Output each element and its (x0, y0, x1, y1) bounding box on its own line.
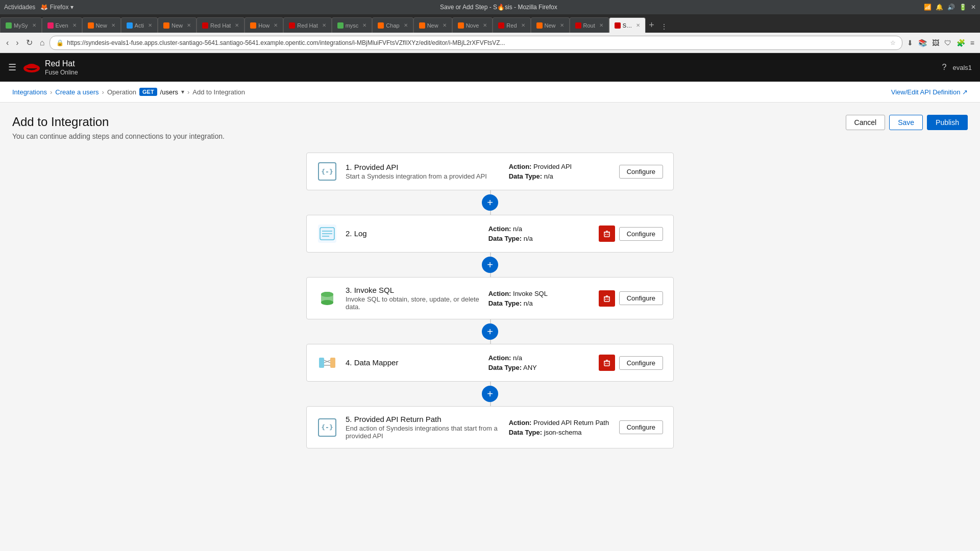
browser-titlebar: Actividades 🦊 Firefox ▾ Save or Add Step… (0, 0, 980, 14)
tab-new3[interactable]: New ✕ (413, 17, 452, 33)
extensions-icon[interactable]: 🧩 (955, 38, 967, 48)
step-action-3: Action: Invoke SQL Data Type: n/a (488, 290, 591, 307)
tab-red[interactable]: Red ✕ (493, 17, 530, 33)
configure-btn-4[interactable]: Configure (619, 356, 663, 370)
delete-btn-2[interactable] (599, 226, 615, 242)
configure-btn-5[interactable]: Configure (619, 420, 663, 434)
step-info-1: 1. Provided API Start a Syndesis integra… (346, 163, 501, 180)
new-tab-btn[interactable]: + (646, 18, 657, 33)
tab-mysql[interactable]: MySy ✕ (0, 17, 42, 33)
home-btn[interactable]: ⌂ (38, 37, 47, 48)
integration-flow: {-} 1. Provided API Start a Syndesis int… (306, 153, 674, 448)
url-bar[interactable]: 🔒 https://syndesis-evals1-fuse.apps.clus… (50, 36, 902, 50)
step-card-3: 3. Invoke SQL Invoke SQL to obtain, stor… (306, 277, 674, 319)
publish-button[interactable]: Publish (927, 115, 968, 130)
download-icon[interactable]: ⬇ (905, 38, 915, 48)
tab-close[interactable]: ✕ (404, 22, 408, 28)
tab-close[interactable]: ✕ (560, 22, 564, 28)
page-content: Add to Integration You can continue addi… (0, 103, 980, 547)
breadcrumb-sep-2: › (102, 88, 104, 96)
save-button[interactable]: Save (889, 115, 923, 130)
close-icon[interactable]: ✕ (971, 4, 976, 11)
tab-redhat1[interactable]: Red Hat ✕ (197, 17, 244, 33)
tab-close[interactable]: ✕ (187, 22, 191, 28)
tab-close[interactable]: ✕ (32, 22, 36, 28)
action-label-2: Action: n/a (488, 225, 522, 233)
tab-active[interactable]: S… ✕ (609, 17, 646, 33)
tab-close[interactable]: ✕ (483, 22, 487, 28)
tab-new4[interactable]: New ✕ (531, 17, 570, 33)
tab-redhat2[interactable]: Red Hat ✕ (283, 17, 331, 33)
reload-btn[interactable]: ↻ (24, 37, 35, 48)
bookmark-icon[interactable]: ☆ (890, 39, 896, 46)
breadcrumb-integrations[interactable]: Integrations (12, 88, 47, 96)
tab-nove[interactable]: Nove ✕ (452, 17, 493, 33)
tab-new1[interactable]: New ✕ (82, 17, 121, 33)
forward-btn[interactable]: › (14, 37, 20, 48)
step-info-3: 3. Invoke SQL Invoke SQL to obtain, stor… (346, 286, 480, 311)
trash-icon (603, 230, 610, 237)
delete-btn-4[interactable] (599, 355, 615, 371)
tab-close[interactable]: ✕ (443, 22, 447, 28)
tab-even[interactable]: Even ✕ (42, 17, 82, 33)
tab-close[interactable]: ✕ (111, 22, 115, 28)
tab-how[interactable]: How ✕ (244, 17, 283, 33)
tab-close[interactable]: ✕ (521, 22, 525, 28)
cancel-button[interactable]: Cancel (846, 115, 886, 130)
log-icon (318, 224, 336, 243)
tab-close[interactable]: ✕ (636, 22, 640, 28)
tab-close[interactable]: ✕ (72, 22, 77, 28)
app-name: Red Hat (45, 59, 78, 68)
tab-label: New (545, 22, 556, 29)
add-step-btn-1[interactable]: + (482, 194, 498, 211)
add-step-btn-2[interactable]: + (482, 257, 498, 273)
delete-btn-3[interactable] (599, 290, 615, 307)
tab-acti[interactable]: Acti ✕ (121, 17, 158, 33)
tab-rout[interactable]: Rout ✕ (570, 17, 609, 33)
api-bracket-icon: {-} (318, 162, 336, 181)
screenshot-icon[interactable]: 🖼 (930, 38, 941, 48)
configure-btn-2[interactable]: Configure (619, 227, 663, 241)
step-title-1: 1. Provided API (346, 163, 501, 171)
svg-point-14 (321, 292, 333, 297)
step-buttons-3: Configure (599, 290, 663, 307)
tab-label: Acti (135, 22, 144, 29)
menu-icon[interactable]: ≡ (969, 38, 976, 48)
add-step-btn-3[interactable]: + (482, 323, 498, 340)
add-step-btn-4[interactable]: + (482, 386, 498, 402)
tab-overflow-btn[interactable]: ⋮ (657, 20, 671, 33)
tab-mysc[interactable]: mysc ✕ (332, 17, 373, 33)
step-action-2: Action: n/a Data Type: n/a (488, 225, 591, 242)
step-card-4: 4. Data Mapper Action: n/a Data Type: AN… (306, 344, 674, 382)
svg-rect-20 (319, 358, 324, 368)
back-btn[interactable]: ‹ (4, 37, 11, 48)
toolbar-icons: ⬇ 📚 🖼 🛡 🧩 ≡ (905, 38, 976, 48)
shield-icon[interactable]: 🛡 (943, 38, 953, 48)
tab-close[interactable]: ✕ (362, 22, 366, 28)
configure-btn-3[interactable]: Configure (619, 291, 663, 305)
svg-rect-15 (604, 297, 609, 302)
configure-btn-1[interactable]: Configure (619, 165, 663, 179)
tab-close[interactable]: ✕ (274, 22, 278, 28)
tab-close[interactable]: ✕ (322, 22, 326, 28)
tab-close[interactable]: ✕ (148, 22, 152, 28)
tab-label: MySy (14, 22, 28, 29)
user-menu[interactable]: evals1 (952, 64, 972, 71)
view-api-link[interactable]: View/Edit API Definition ↗ (891, 88, 968, 96)
operation-dropdown[interactable]: ▾ (181, 88, 184, 95)
tab-close[interactable]: ✕ (599, 22, 603, 28)
library-icon[interactable]: 📚 (917, 38, 928, 48)
step-title-5: 5. Provided API Return Path (346, 415, 501, 423)
step-icon-3 (317, 288, 337, 309)
mapper-svg (318, 354, 336, 372)
add-step-connector-4: + (306, 382, 674, 406)
breadcrumb-create-users[interactable]: Create a users (55, 88, 99, 96)
tab-new2[interactable]: New ✕ (158, 17, 197, 33)
help-icon[interactable]: ? (942, 63, 947, 72)
hamburger-menu[interactable]: ☰ (8, 62, 16, 73)
mapper-icon (318, 354, 336, 372)
tab-close[interactable]: ✕ (235, 22, 239, 28)
battery-icon: 🔋 (959, 4, 967, 11)
tab-chap[interactable]: Chap ✕ (372, 17, 413, 33)
operation-path: /users (160, 88, 178, 96)
